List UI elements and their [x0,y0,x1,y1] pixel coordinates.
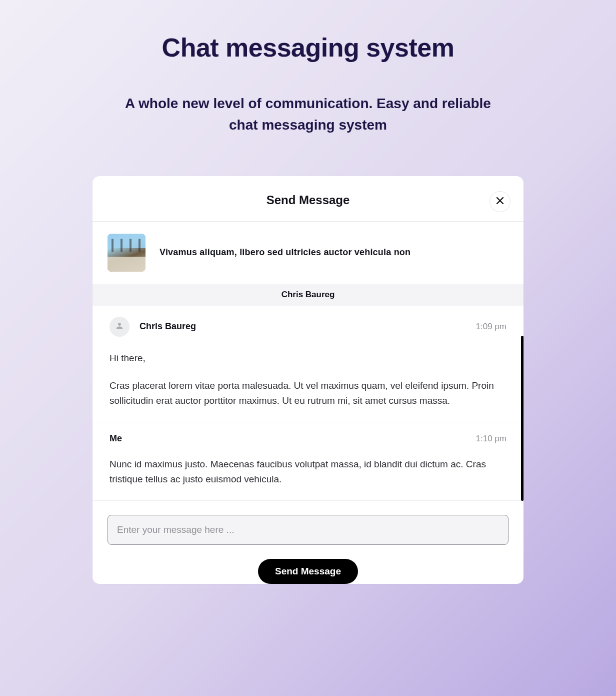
send-message-modal: Send Message Vivamus aliquam, libero sed… [92,176,524,584]
message-paragraph: Cras placerat lorem vitae porta malesuad… [110,378,506,408]
topic-title: Vivamus aliquam, libero sed ultricies au… [160,247,410,258]
message-author: Me [110,433,122,444]
message-time: 1:10 pm [476,434,506,444]
person-icon [115,321,124,332]
topic-thumbnail [108,234,146,272]
close-icon [496,197,504,206]
message-item: Me 1:10 pm Nunc id maximus justo. Maecen… [92,422,524,501]
page-subtitle: A whole new level of communication. Easy… [113,93,503,136]
message-item: Chris Baureg 1:09 pm Hi there, Cras plac… [92,306,524,422]
message-paragraph: Nunc id maximus justo. Maecenas faucibus… [110,457,506,486]
close-button[interactable] [490,191,510,212]
modal-header: Send Message [92,176,524,222]
message-paragraph: Hi there, [110,351,506,365]
page-title: Chat messaging system [0,0,616,63]
compose-area [92,501,524,545]
participant-bar: Chris Baureg [92,284,524,306]
avatar [110,317,130,337]
send-message-button[interactable]: Send Message [258,559,358,584]
message-body: Nunc id maximus justo. Maecenas faucibus… [110,457,506,486]
message-header: Me 1:10 pm [110,433,506,444]
message-list: Chris Baureg 1:09 pm Hi there, Cras plac… [92,306,524,501]
message-header: Chris Baureg 1:09 pm [110,317,506,337]
modal-title: Send Message [102,193,514,207]
topic-row: Vivamus aliquam, libero sed ultricies au… [92,222,524,284]
message-time: 1:09 pm [476,322,506,332]
message-author: Chris Baureg [140,321,196,332]
message-input[interactable] [108,515,508,545]
message-body: Hi there, Cras placerat lorem vitae port… [110,351,506,408]
